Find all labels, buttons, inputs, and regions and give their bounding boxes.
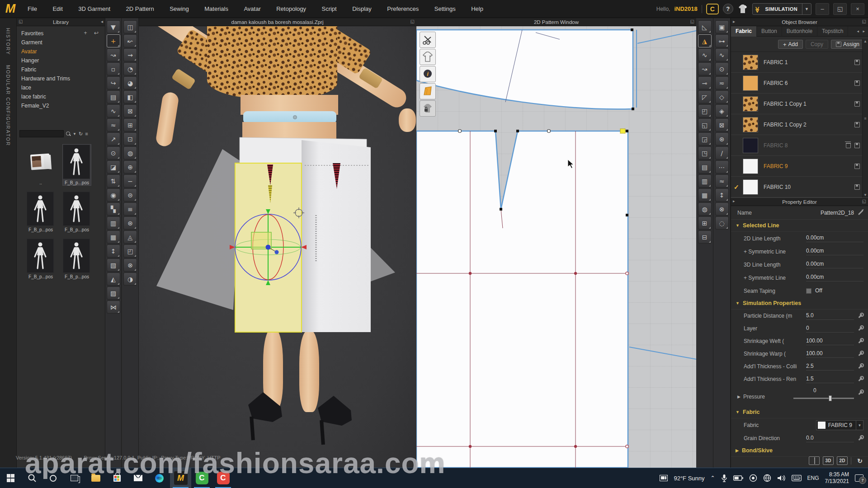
menu-item[interactable]: Edit: [46, 5, 69, 12]
tool-button[interactable]: ▤: [698, 160, 712, 174]
grain-direction-value[interactable]: 0.0: [806, 435, 854, 442]
simulation-dropdown-icon[interactable]: ▼: [802, 3, 811, 15]
trash-icon[interactable]: [846, 143, 851, 148]
assign-button[interactable]: Assign: [831, 40, 864, 49]
tool-button[interactable]: ◸: [698, 90, 712, 103]
tool-button[interactable]: ▥: [107, 216, 120, 230]
pattern-2d-canvas-area[interactable]: i: [416, 26, 696, 468]
fabric-dropdown[interactable]: FABRIC 9 ▼: [816, 420, 863, 430]
menu-item[interactable]: Settings: [428, 5, 462, 12]
property-value[interactable]: 0.00cm: [806, 274, 863, 282]
username-label[interactable]: iND2018: [674, 5, 697, 12]
view-3d-button[interactable]: 3D: [823, 456, 834, 465]
pattern-top-piece[interactable]: [416, 30, 633, 109]
tool-button[interactable]: ⊗: [715, 202, 729, 216]
tool-button[interactable]: ⇅: [107, 174, 120, 188]
fabric-row[interactable]: ✓ FABRIC 6: [731, 73, 868, 94]
tool-button[interactable]: ⊞: [123, 118, 137, 131]
marvelous-designer-button[interactable]: M: [170, 468, 191, 488]
tool-button[interactable]: ◈: [715, 104, 729, 117]
pattern-bottom-piece[interactable]: [416, 131, 628, 468]
pressure-slider[interactable]: [793, 398, 854, 399]
search-filter-dropdown-icon[interactable]: ▼: [73, 132, 76, 136]
save-icon[interactable]: [854, 143, 860, 148]
scroll-down-icon[interactable]: ▼: [863, 193, 867, 197]
camtasia-button[interactable]: C: [191, 468, 212, 488]
tool-button[interactable]: ◉: [107, 188, 120, 202]
show-info-toggle[interactable]: i: [420, 66, 436, 82]
dock-left-icon[interactable]: ◂: [101, 19, 103, 24]
property-value[interactable]: 0.00cm: [806, 248, 863, 255]
tool-button[interactable]: ↪: [107, 76, 120, 89]
popout-icon[interactable]: ◱: [19, 19, 23, 24]
webcam-icon[interactable]: [749, 474, 757, 482]
tool-button[interactable]: ≈: [107, 118, 120, 131]
edge-button[interactable]: [149, 468, 170, 488]
library-thumbnail[interactable]: F_B_p...pos: [63, 145, 91, 185]
add-garment-icon[interactable]: [737, 4, 748, 14]
tool-button[interactable]: ⊙: [715, 62, 729, 75]
fabric-row[interactable]: ✓ FABRIC 1 Copy 2: [731, 114, 868, 135]
library-item[interactable]: Garment + ↩: [17, 38, 105, 47]
battery-icon[interactable]: [733, 475, 743, 481]
tool-button[interactable]: ▫: [107, 62, 120, 75]
name-value[interactable]: Pattern2D_18: [821, 210, 854, 216]
edit-icon[interactable]: [858, 210, 863, 215]
tool-button[interactable]: ◬: [123, 230, 137, 244]
menu-item[interactable]: Materials: [198, 5, 235, 12]
tool-button[interactable]: ⊠: [123, 104, 137, 117]
library-thumbnail[interactable]: F_B_p...pos: [63, 239, 91, 279]
tab-scroll-icons[interactable]: ◂ ▸: [857, 29, 868, 33]
property-value[interactable]: 0: [806, 325, 854, 333]
property-value[interactable]: 0.00cm: [806, 235, 863, 242]
show-garment-toggle[interactable]: [420, 49, 436, 65]
tool-button[interactable]: ◑: [123, 272, 137, 286]
save-icon[interactable]: [854, 101, 860, 107]
library-item[interactable]: Fabric + ↩: [17, 65, 105, 74]
dock-arrow-icon[interactable]: ▸: [733, 19, 735, 24]
tool-button[interactable]: ◰: [123, 244, 137, 258]
tool-button[interactable]: ◌: [715, 216, 729, 230]
tool-button[interactable]: ◪: [107, 160, 120, 174]
viewport-3d-canvas[interactable]: [138, 26, 416, 468]
property-value[interactable]: 100.00: [806, 350, 854, 358]
fabric-row[interactable]: ✓ FABRIC 9: [731, 156, 868, 177]
hidden-icons-chevron[interactable]: ⌃: [711, 475, 715, 481]
history-tab[interactable]: HISTORY: [5, 28, 11, 55]
wrench-icon[interactable]: [858, 351, 863, 357]
wrench-icon[interactable]: [858, 390, 863, 396]
tool-button[interactable]: ∿: [698, 48, 712, 61]
menu-item[interactable]: Retopology: [269, 5, 313, 12]
save-icon[interactable]: [854, 60, 860, 65]
tool-button[interactable]: ⊕: [123, 160, 137, 174]
tool-button[interactable]: ◔: [123, 62, 137, 75]
tool-button[interactable]: ↗: [107, 132, 120, 145]
property-value[interactable]: 100.00: [806, 338, 854, 345]
simulation-button[interactable]: ≫ SIMULATION ▼: [752, 3, 811, 15]
tool-button[interactable]: ◭: [107, 272, 120, 286]
tool-button[interactable]: ≡: [123, 202, 137, 216]
object-browser-tab[interactable]: Fabric: [731, 26, 757, 37]
tool-button[interactable]: ▣: [715, 20, 729, 33]
clock[interactable]: 8:35 AM 7/13/2021: [825, 471, 849, 485]
save-icon[interactable]: [854, 80, 860, 86]
tool-button[interactable]: ≂: [715, 76, 729, 89]
seam-taping-checkbox[interactable]: [806, 288, 811, 294]
mail-button[interactable]: [127, 468, 149, 488]
tool-button[interactable]: ⊗: [123, 258, 137, 272]
start-button[interactable]: [0, 468, 21, 488]
tool-button[interactable]: +: [107, 34, 120, 47]
tool-button[interactable]: ↝: [698, 62, 712, 75]
menu-item[interactable]: File: [21, 5, 44, 12]
object-browser-tab[interactable]: Buttonhole: [782, 26, 817, 37]
library-add-back-icons[interactable]: + ↩: [84, 30, 101, 36]
weather-label[interactable]: 92°F Sunny: [674, 475, 704, 482]
menu-item[interactable]: Script: [315, 5, 343, 12]
sync-icon[interactable]: ↻: [854, 456, 865, 465]
section-simulation-properties[interactable]: ▼ Simulation Properties: [731, 297, 868, 310]
tool-button[interactable]: /: [715, 146, 729, 160]
fabric-row[interactable]: ✓ FABRIC 1: [731, 52, 868, 73]
tool-button[interactable]: ◍: [123, 146, 137, 160]
tool-button[interactable]: ◺: [698, 20, 712, 33]
wrench-icon[interactable]: [858, 338, 863, 344]
